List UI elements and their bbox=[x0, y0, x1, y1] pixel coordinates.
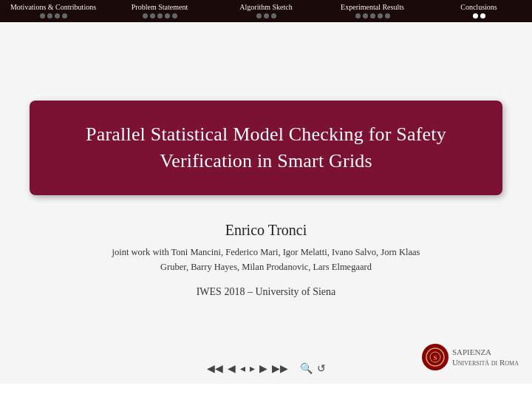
nav-first-button[interactable]: ◀◀ bbox=[207, 362, 223, 375]
author-name: Enrico Tronci bbox=[112, 222, 420, 239]
nav-label-experimental: Experimental Results bbox=[324, 3, 421, 11]
sapienza-emblem-svg: S bbox=[426, 348, 445, 367]
conference-info: IWES 2018 – University of Siena bbox=[112, 286, 420, 298]
dot-active bbox=[480, 13, 485, 18]
dot-active bbox=[473, 13, 478, 18]
slide-nav-controls: ◀◀ ◀ ◂ ▸ ▶ ▶▶ 🔍 ↺ bbox=[207, 362, 326, 375]
dot bbox=[143, 13, 148, 18]
nav-dots-experimental bbox=[324, 13, 421, 18]
nav-last-button[interactable]: ▶▶ bbox=[272, 362, 288, 375]
dot bbox=[55, 13, 60, 18]
nav-dots-conclusions bbox=[430, 13, 528, 18]
nav-item-experimental[interactable]: Experimental Results bbox=[319, 3, 426, 18]
dot bbox=[264, 13, 269, 18]
author-collab: joint work with Toni Mancini, Federico M… bbox=[112, 245, 420, 274]
dot bbox=[172, 13, 177, 18]
nav-label-motivations: Motivations & Contributions bbox=[4, 3, 102, 11]
dot bbox=[378, 13, 383, 18]
dot bbox=[355, 13, 361, 18]
logo-text: SAPIENZA Università di Roma bbox=[452, 347, 519, 368]
nav-item-conclusions[interactable]: Conclusions bbox=[426, 3, 532, 18]
title-line2: Verification in Smart Grids bbox=[160, 150, 372, 172]
svg-text:S: S bbox=[433, 354, 437, 362]
dot bbox=[271, 13, 276, 18]
nav-dots-problem bbox=[111, 13, 208, 18]
dot bbox=[62, 13, 67, 18]
nav-forward-button[interactable]: ▸ bbox=[250, 362, 255, 375]
nav-prev-button[interactable]: ◀ bbox=[228, 362, 236, 375]
nav-refresh-button[interactable]: ↺ bbox=[317, 362, 326, 375]
nav-back-button[interactable]: ◂ bbox=[240, 362, 245, 375]
dot bbox=[150, 13, 155, 18]
title-line1: Parallel Statistical Model Checking for … bbox=[86, 123, 446, 145]
collab-line1: joint work with Toni Mancini, Federico M… bbox=[112, 247, 420, 257]
sapienza-logo: S SAPIENZA Università di Roma bbox=[422, 344, 519, 370]
nav-next-button[interactable]: ▶ bbox=[259, 362, 267, 375]
title-box: Parallel Statistical Model Checking for … bbox=[30, 101, 502, 196]
dot bbox=[370, 13, 375, 18]
collab-line2: Gruber, Barry Hayes, Milan Prodanovic, L… bbox=[160, 262, 372, 272]
nav-search-button[interactable]: 🔍 bbox=[300, 362, 313, 375]
nav-item-problem[interactable]: Problem Statement bbox=[106, 3, 213, 18]
logo-emblem: S bbox=[422, 344, 449, 370]
slide-content: Parallel Statistical Model Checking for … bbox=[0, 22, 532, 384]
dot bbox=[165, 13, 170, 18]
nav-dots-algorithm bbox=[217, 13, 315, 18]
dot bbox=[47, 13, 52, 18]
dot bbox=[40, 13, 45, 18]
slide-title: Parallel Statistical Model Checking for … bbox=[66, 121, 466, 175]
nav-item-motivations[interactable]: Motivations & Contributions bbox=[0, 3, 106, 18]
dot bbox=[157, 13, 163, 18]
nav-label-conclusions: Conclusions bbox=[430, 3, 528, 11]
nav-label-problem: Problem Statement bbox=[111, 3, 208, 11]
dot bbox=[256, 13, 262, 18]
nav-bar: Motivations & Contributions Problem Stat… bbox=[0, 0, 532, 22]
author-section: Enrico Tronci joint work with Toni Manci… bbox=[112, 222, 420, 298]
logo-subtitle: Università di Roma bbox=[452, 357, 519, 367]
nav-item-algorithm[interactable]: Algorithm Sketch bbox=[213, 3, 319, 18]
nav-dots-motivations bbox=[4, 13, 102, 18]
bottom-bar: S SAPIENZA Università di Roma bbox=[422, 344, 519, 370]
dot bbox=[363, 13, 368, 18]
logo-name: SAPIENZA bbox=[452, 347, 519, 357]
dot bbox=[385, 13, 390, 18]
nav-label-algorithm: Algorithm Sketch bbox=[217, 3, 315, 11]
